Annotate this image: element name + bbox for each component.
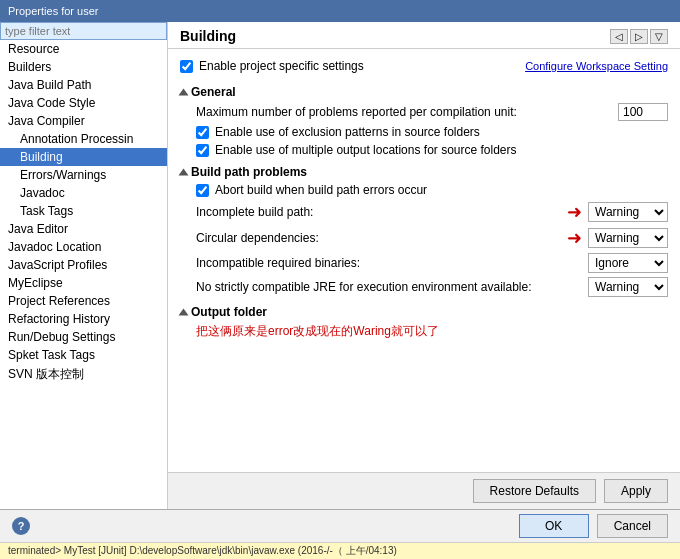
apply-button[interactable]: Apply bbox=[604, 479, 668, 503]
build-path-section-label: Build path problems bbox=[191, 165, 307, 179]
workspace-link[interactable]: Configure Workspace Setting bbox=[525, 60, 668, 72]
multiple-output-checkbox-row: Enable use of multiple output locations … bbox=[180, 143, 668, 157]
output-folder-triangle[interactable] bbox=[179, 309, 189, 316]
sidebar-item-annotation-processing[interactable]: Annotation Processin bbox=[0, 130, 167, 148]
general-section-header: General bbox=[180, 85, 668, 99]
incompatible-binaries-select[interactable]: Ignore Warning Error bbox=[588, 253, 668, 273]
status-text: terminated> MyTest [JUnit] D:\developSof… bbox=[8, 545, 397, 556]
restore-defaults-button[interactable]: Restore Defaults bbox=[473, 479, 596, 503]
abort-build-checkbox-row: Abort build when build path errors occur bbox=[180, 183, 668, 197]
panel-header: Building ◁ ▷ ▽ bbox=[168, 22, 680, 49]
circular-dependencies-select[interactable]: Warning Error Ignore bbox=[588, 228, 668, 248]
arrow-indicator-1: ➜ bbox=[567, 201, 582, 223]
incompatible-binaries-row: Incompatible required binaries: Ignore W… bbox=[180, 253, 668, 273]
multiple-output-checkbox[interactable] bbox=[196, 144, 209, 157]
sidebar-item-java-code-style[interactable]: Java Code Style bbox=[0, 94, 167, 112]
sidebar-item-run-debug-settings[interactable]: Run/Debug Settings bbox=[0, 328, 167, 346]
circular-dependencies-row: Circular dependencies: ➜ Warning Error I… bbox=[180, 227, 668, 249]
incomplete-build-path-select[interactable]: Warning Error Ignore bbox=[588, 202, 668, 222]
right-panel: Building ◁ ▷ ▽ Enable project specific s… bbox=[168, 22, 680, 509]
exclusion-checkbox[interactable] bbox=[196, 126, 209, 139]
sidebar-item-java-editor[interactable]: Java Editor bbox=[0, 220, 167, 238]
enable-checkbox-row: Enable project specific settings bbox=[180, 59, 364, 73]
sidebar-item-java-build-path[interactable]: Java Build Path bbox=[0, 76, 167, 94]
sidebar-item-refactoring-history[interactable]: Refactoring History bbox=[0, 310, 167, 328]
sidebar-item-resource[interactable]: Resource bbox=[0, 40, 167, 58]
enable-settings-checkbox[interactable] bbox=[180, 60, 193, 73]
nav-back-btn[interactable]: ◁ bbox=[610, 29, 628, 44]
status-bar: terminated> MyTest [JUnit] D:\developSof… bbox=[0, 542, 680, 559]
help-button[interactable]: ? bbox=[12, 517, 30, 535]
enable-settings-row: Enable project specific settings Configu… bbox=[180, 55, 668, 77]
bottom-buttons: Restore Defaults Apply bbox=[168, 472, 680, 509]
build-path-section-header: Build path problems bbox=[180, 165, 668, 179]
filter-input[interactable] bbox=[0, 22, 167, 40]
incompatible-binaries-label: Incompatible required binaries: bbox=[180, 256, 588, 270]
max-problems-label: Maximum number of problems reported per … bbox=[180, 105, 618, 119]
sidebar-item-java-compiler[interactable]: Java Compiler bbox=[0, 112, 167, 130]
ok-button[interactable]: OK bbox=[519, 514, 589, 538]
annotation-text: 把这俩原来是error改成现在的Waring就可以了 bbox=[196, 323, 668, 340]
general-triangle[interactable] bbox=[179, 89, 189, 96]
no-jre-row: No strictly compatible JRE for execution… bbox=[180, 277, 668, 297]
sidebar-item-javadoc-location[interactable]: Javadoc Location bbox=[0, 238, 167, 256]
no-jre-select[interactable]: Warning Error Ignore bbox=[588, 277, 668, 297]
sidebar-item-project-references[interactable]: Project References bbox=[0, 292, 167, 310]
sidebar-item-task-tags[interactable]: Task Tags bbox=[0, 202, 167, 220]
incomplete-build-path-row: Incomplete build path: ➜ Warning Error I… bbox=[180, 201, 668, 223]
arrow-indicator-2: ➜ bbox=[567, 227, 582, 249]
incomplete-build-path-label: Incomplete build path: bbox=[180, 205, 567, 219]
sidebar-item-builders[interactable]: Builders bbox=[0, 58, 167, 76]
output-folder-section-label: Output folder bbox=[191, 305, 267, 319]
build-path-triangle[interactable] bbox=[179, 169, 189, 176]
sidebar-item-myeclipse[interactable]: MyEclipse bbox=[0, 274, 167, 292]
enable-settings-label: Enable project specific settings bbox=[199, 59, 364, 73]
sidebar-item-spket-task-tags[interactable]: Spket Task Tags bbox=[0, 346, 167, 364]
multiple-output-label: Enable use of multiple output locations … bbox=[215, 143, 517, 157]
panel-title: Building bbox=[180, 28, 236, 44]
exclusion-label: Enable use of exclusion patterns in sour… bbox=[215, 125, 480, 139]
sidebar-item-building[interactable]: Building bbox=[0, 148, 167, 166]
output-folder-section-header: Output folder bbox=[180, 305, 668, 319]
no-jre-label: No strictly compatible JRE for execution… bbox=[180, 280, 588, 294]
abort-build-label: Abort build when build path errors occur bbox=[215, 183, 427, 197]
nav-down-btn[interactable]: ▽ bbox=[650, 29, 668, 44]
general-section-label: General bbox=[191, 85, 236, 99]
sidebar-item-errors-warnings[interactable]: Errors/Warnings bbox=[0, 166, 167, 184]
sidebar-item-svn[interactable]: SVN 版本控制 bbox=[0, 364, 167, 385]
sidebar-item-javascript-profiles[interactable]: JavaScript Profiles bbox=[0, 256, 167, 274]
cancel-button[interactable]: Cancel bbox=[597, 514, 668, 538]
ok-cancel-buttons: OK Cancel bbox=[519, 514, 668, 538]
panel-body: Enable project specific settings Configu… bbox=[168, 49, 680, 472]
ok-cancel-bar: ? OK Cancel bbox=[0, 509, 680, 542]
title-text: Properties for user bbox=[8, 5, 98, 17]
abort-build-checkbox[interactable] bbox=[196, 184, 209, 197]
exclusion-checkbox-row: Enable use of exclusion patterns in sour… bbox=[180, 125, 668, 139]
title-bar: Properties for user bbox=[0, 0, 680, 22]
panel-nav: ◁ ▷ ▽ bbox=[610, 29, 668, 44]
max-problems-input[interactable] bbox=[618, 103, 668, 121]
circular-dependencies-label: Circular dependencies: bbox=[180, 231, 567, 245]
sidebar: ResourceBuildersJava Build PathJava Code… bbox=[0, 22, 168, 509]
max-problems-row: Maximum number of problems reported per … bbox=[180, 103, 668, 121]
nav-forward-btn[interactable]: ▷ bbox=[630, 29, 648, 44]
sidebar-item-javadoc[interactable]: Javadoc bbox=[0, 184, 167, 202]
